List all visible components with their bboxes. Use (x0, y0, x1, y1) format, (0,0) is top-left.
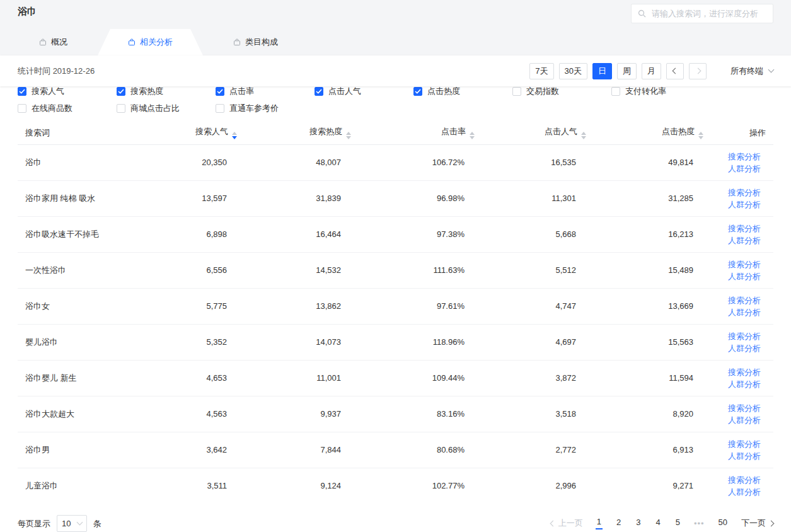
search-analysis-link[interactable]: 搜索分析 (704, 151, 761, 163)
tab-category-composition[interactable]: 类目构成 (221, 29, 291, 55)
metric-checkbox[interactable]: 商城点击占比 (117, 100, 216, 117)
column-header-keyword: 搜索词 (18, 122, 168, 144)
page-number-1[interactable]: 1 (596, 517, 603, 529)
range-30d-button[interactable]: 30天 (559, 63, 587, 79)
column-header-click-popularity[interactable]: 点击人气 (475, 122, 586, 144)
crowd-analysis-link[interactable]: 人群分析 (704, 163, 761, 175)
crowd-analysis-link[interactable]: 人群分析 (704, 306, 761, 318)
metric-checkbox[interactable]: 在线商品数 (18, 100, 117, 117)
sort-icon[interactable] (698, 132, 703, 139)
tab-label: 相关分析 (140, 37, 173, 48)
crowd-analysis-link[interactable]: 人群分析 (704, 342, 761, 354)
crowd-analysis-link[interactable]: 人群分析 (704, 234, 761, 246)
checkbox-checked-icon[interactable] (413, 87, 422, 96)
metric-checkbox[interactable]: 直通车参考价 (216, 100, 315, 117)
click-popularity-cell: 11,301 (475, 180, 586, 216)
next-date-button[interactable] (689, 63, 707, 79)
search-popularity-cell: 6,898 (168, 216, 237, 252)
chevron-down-icon (77, 519, 83, 526)
search-popularity-cell: 5,352 (168, 324, 237, 360)
search-popularity-cell: 20,350 (168, 144, 237, 180)
sort-icon[interactable] (581, 132, 586, 139)
prev-date-button[interactable] (666, 63, 684, 79)
range-month-button[interactable]: 月 (642, 63, 661, 79)
actions-cell: 搜索分析人群分析 (703, 288, 773, 324)
per-page-label: 每页显示 (18, 518, 50, 529)
checkbox-unchecked-icon[interactable] (18, 104, 26, 113)
column-header-click-heat[interactable]: 点击热度 (586, 122, 703, 144)
ctr-cell: 102.77% (351, 468, 475, 504)
checkbox-unchecked-icon[interactable] (611, 87, 620, 96)
page-number-4[interactable]: 4 (654, 518, 661, 529)
chevron-left-icon (672, 68, 678, 74)
search-box[interactable] (631, 4, 773, 23)
crowd-analysis-link[interactable]: 人群分析 (704, 414, 761, 426)
page-number-5[interactable]: 5 (674, 518, 681, 529)
range-week-button[interactable]: 周 (617, 63, 637, 79)
search-analysis-link[interactable]: 搜索分析 (704, 474, 761, 486)
crowd-analysis-link[interactable]: 人群分析 (704, 199, 761, 211)
search-analysis-link[interactable]: 搜索分析 (704, 366, 761, 378)
click-popularity-cell: 2,996 (475, 468, 586, 504)
click-popularity-cell: 5,668 (475, 216, 586, 252)
search-heat-cell: 16,464 (237, 216, 351, 252)
search-analysis-link[interactable]: 搜索分析 (704, 258, 761, 270)
per-page-select[interactable]: 10 (57, 515, 87, 532)
table-row: 儿童浴巾3,5119,124102.77%2,9969,271搜索分析人群分析 (18, 468, 773, 504)
ctr-cell: 97.38% (351, 216, 475, 252)
checkbox-checked-icon[interactable] (117, 87, 125, 96)
crowd-analysis-link[interactable]: 人群分析 (704, 486, 761, 498)
checkbox-unchecked-icon[interactable] (216, 104, 224, 113)
column-header-search-heat[interactable]: 搜索热度 (237, 122, 351, 144)
chevron-right-icon (695, 68, 701, 74)
range-7d-button[interactable]: 7天 (529, 63, 553, 79)
click-popularity-cell: 4,747 (475, 288, 586, 324)
keyword-cell: 浴巾吸水速干不掉毛 (18, 216, 168, 252)
page-number-last[interactable]: 50 (717, 518, 729, 529)
tab-related-analysis[interactable]: 相关分析 (98, 29, 203, 55)
checkbox-unchecked-icon[interactable] (512, 87, 521, 96)
checkbox-checked-icon[interactable] (216, 87, 224, 96)
search-heat-cell: 13,862 (237, 288, 351, 324)
metric-checkbox-label: 在线商品数 (32, 103, 72, 114)
checkbox-checked-icon[interactable] (315, 87, 323, 96)
page-title: 浴巾 (18, 6, 37, 18)
page-number-3[interactable]: 3 (635, 518, 642, 529)
sort-icon[interactable] (470, 132, 475, 139)
checkbox-unchecked-icon[interactable] (117, 104, 125, 113)
crowd-analysis-link[interactable]: 人群分析 (704, 270, 761, 282)
click-heat-cell: 9,271 (586, 468, 703, 504)
stat-time-label: 统计时间 (18, 66, 50, 76)
column-header-ctr[interactable]: 点击率 (351, 122, 475, 144)
sort-icon[interactable] (346, 132, 351, 139)
next-page-button[interactable]: 下一页 (741, 518, 773, 529)
search-analysis-link[interactable]: 搜索分析 (704, 294, 761, 306)
table-row: 浴巾女5,77513,86297.61%4,74713,669搜索分析人群分析 (18, 288, 773, 324)
keyword-cell: 一次性浴巾 (18, 252, 168, 288)
search-popularity-cell: 3,642 (168, 432, 237, 468)
search-analysis-link[interactable]: 搜索分析 (704, 223, 761, 234)
search-analysis-link[interactable]: 搜索分析 (704, 330, 761, 342)
range-day-button[interactable]: 日 (592, 63, 612, 79)
search-analysis-link[interactable]: 搜索分析 (704, 402, 761, 414)
crowd-analysis-link[interactable]: 人群分析 (704, 450, 761, 462)
tab-overview[interactable]: 概况 (26, 29, 80, 55)
actions-cell: 搜索分析人群分析 (703, 180, 773, 216)
prev-page-button[interactable]: 上一页 (551, 518, 583, 529)
search-analysis-link[interactable]: 搜索分析 (704, 187, 761, 199)
terminal-dropdown[interactable]: 所有终端 (730, 66, 773, 77)
per-page-control: 每页显示 10 条 (18, 515, 101, 532)
table-row: 浴巾20,35048,007106.72%16,53549,814搜索分析人群分… (18, 144, 773, 180)
column-header-search-popularity[interactable]: 搜索人气 (168, 122, 237, 144)
checkbox-checked-icon[interactable] (18, 87, 26, 96)
actions-cell: 搜索分析人群分析 (703, 252, 773, 288)
crowd-analysis-link[interactable]: 人群分析 (704, 378, 761, 390)
page-number-2[interactable]: 2 (615, 518, 622, 529)
click-popularity-cell: 3,518 (475, 396, 586, 432)
search-input[interactable] (650, 8, 766, 19)
ctr-cell: 109.44% (351, 360, 475, 396)
keyword-cell: 浴巾家用 纯棉 吸水 (18, 180, 168, 216)
search-analysis-link[interactable]: 搜索分析 (704, 438, 761, 450)
sort-icon[interactable] (232, 132, 237, 139)
stat-time-value: 2019-12-26 (53, 66, 95, 76)
